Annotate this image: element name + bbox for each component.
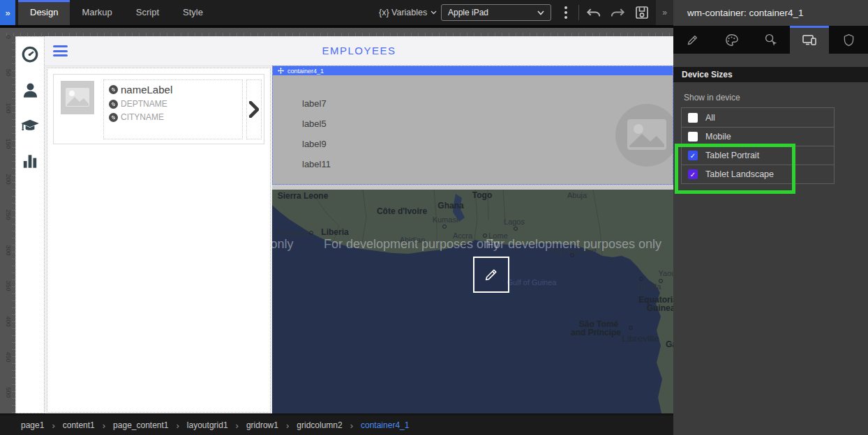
- variables-menu-button[interactable]: {x} Variables: [379, 0, 437, 25]
- toolbar-separator: [578, 5, 579, 20]
- more-options-button[interactable]: [560, 6, 571, 20]
- selected-widget-tag[interactable]: container4_1: [273, 66, 673, 75]
- breadcrumb-item-content1[interactable]: content1: [63, 420, 95, 430]
- toolbar-tab-style[interactable]: Style: [171, 0, 215, 25]
- edit-widget-button[interactable]: [473, 257, 509, 293]
- tab-markup[interactable]: [673, 26, 712, 54]
- preview-page-header: EMPLOYEES: [45, 36, 673, 66]
- container-separator: [272, 185, 673, 190]
- dashboard-icon[interactable]: [20, 45, 40, 64]
- toolbar-tab-script[interactable]: Script: [124, 0, 171, 25]
- checkbox-all[interactable]: [688, 113, 698, 123]
- selected-widget-title: wm-container: container4_1: [673, 0, 868, 26]
- list-item-labels: nameLabel DEPTNAME CITYNAME: [103, 79, 243, 139]
- tab-events[interactable]: [751, 26, 791, 54]
- ruler-label: 50: [5, 66, 12, 79]
- device-sizes-section-header: Device Sizes: [673, 67, 868, 82]
- device-row-tablet-landscape[interactable]: ✓Tablet Landscape: [682, 165, 834, 183]
- checkbox-tablet-portrait[interactable]: ✓: [688, 151, 698, 160]
- collapse-panel-button[interactable]: »: [656, 0, 673, 25]
- ruler-label: 100: [5, 102, 12, 114]
- graduation-cap-icon[interactable]: [20, 116, 40, 135]
- ruler-label: 150: [5, 137, 12, 150]
- map-city-marker: [463, 243, 467, 247]
- toolbar-tab-markup[interactable]: Markup: [70, 0, 124, 25]
- wavemaker-studio: { "toolbar": { "expand_glyph": "\u00bb",…: [0, 0, 868, 435]
- container-label-label9[interactable]: label9: [302, 139, 331, 149]
- save-icon[interactable]: [634, 4, 650, 21]
- bar-chart-icon[interactable]: [20, 151, 40, 171]
- breadcrumb-item-gridrow1[interactable]: gridrow1: [246, 420, 278, 430]
- list-item-chevron-box[interactable]: [246, 79, 262, 139]
- show-in-device-label: Show in device: [684, 93, 740, 102]
- editor-mode-tabs: DesignMarkupScriptStyle: [18, 0, 215, 25]
- breadcrumb-item-page1[interactable]: page1: [21, 420, 44, 430]
- breadcrumb-item-gridcolumn2[interactable]: gridcolumn2: [297, 420, 342, 430]
- top-toolbar: » DesignMarkupScriptStyle {x} Variables …: [0, 0, 673, 25]
- ruler-label: 250: [5, 208, 12, 221]
- chevron-right-icon: [249, 101, 259, 118]
- breadcrumb-separator: ›: [52, 420, 54, 431]
- google-map-widget[interactable]: Sierra LeoneCôte d'IvoireGhanaTogoAbujaK…: [272, 190, 673, 413]
- ruler-label: 400: [5, 315, 12, 328]
- ruler-label: 350: [5, 280, 12, 292]
- name-label: nameLabel: [121, 84, 172, 96]
- breadcrumb-separator: ›: [236, 420, 239, 431]
- device-label: Tablet Portrait: [705, 151, 759, 160]
- move-icon: [278, 68, 284, 74]
- list-item[interactable]: nameLabel DEPTNAME CITYNAME: [53, 74, 264, 144]
- binding-icon: [109, 113, 118, 122]
- device-row-all[interactable]: All: [682, 108, 834, 127]
- container-label-label11[interactable]: label11: [302, 159, 331, 169]
- device-row-tablet-portrait[interactable]: ✓Tablet Portrait: [682, 146, 834, 165]
- horizontal-ruler: [0, 28, 673, 36]
- name-label-row[interactable]: nameLabel: [109, 84, 242, 96]
- ruler-label: 300: [5, 244, 12, 257]
- redo-icon[interactable]: [608, 5, 627, 20]
- device-label: Mobile: [705, 132, 731, 142]
- city-label-row[interactable]: CITYNAME: [109, 112, 242, 122]
- preview-left-nav: [15, 36, 45, 413]
- chevron-down-icon: [537, 10, 544, 15]
- container-label-label7[interactable]: label7: [302, 98, 331, 109]
- breadcrumb-separator: ›: [286, 420, 289, 431]
- properties-panel: wm-container: container4_1: [673, 0, 868, 435]
- device-label: All: [705, 113, 715, 123]
- checkbox-tablet-landscape[interactable]: ✓: [688, 169, 698, 179]
- breadcrumb-item-container4_1[interactable]: container4_1: [361, 420, 409, 430]
- tab-security[interactable]: [829, 26, 868, 54]
- page-title: EMPLOYEES: [45, 45, 673, 56]
- person-icon[interactable]: [20, 80, 40, 100]
- container4-widget[interactable]: container4_1 label7label5label9label11: [272, 66, 673, 185]
- pencil-icon: [484, 267, 499, 282]
- ruler-label: 500: [5, 386, 12, 399]
- breadcrumb-separator: ›: [350, 420, 353, 431]
- selected-widget-name: container4_1: [287, 68, 324, 75]
- variables-label: {x} Variables: [379, 8, 427, 17]
- breadcrumb-item-layoutgrid1[interactable]: layoutgrid1: [187, 420, 228, 430]
- widget-breadcrumb: page1›content1›page_content1›layoutgrid1…: [0, 415, 673, 435]
- image-placeholder-icon: [61, 81, 94, 114]
- container-label-label5[interactable]: label5: [302, 119, 331, 129]
- map-landmass: [272, 190, 673, 413]
- employee-list-widget[interactable]: nameLabel DEPTNAME CITYNAME: [47, 68, 271, 413]
- binding-icon: [109, 85, 118, 94]
- device-select-value: Apple iPad: [448, 8, 488, 17]
- tab-styles[interactable]: [712, 26, 751, 54]
- vertical-ruler: 050100150200250300350400450500: [0, 36, 15, 415]
- binding-icon: [109, 100, 118, 109]
- device-row-mobile[interactable]: Mobile: [682, 127, 834, 146]
- ruler-label: 450: [5, 351, 12, 363]
- ruler-label: 0: [5, 31, 12, 43]
- checkbox-mobile[interactable]: [688, 132, 698, 142]
- toolbar-tab-design[interactable]: Design: [18, 0, 70, 25]
- chevron-down-icon: [431, 10, 437, 15]
- dept-label-row[interactable]: DEPTNAME: [109, 99, 242, 109]
- tab-device-sizes[interactable]: [790, 26, 829, 54]
- breadcrumb-item-page_content1[interactable]: page_content1: [113, 420, 168, 430]
- map-city-marker: [570, 253, 574, 257]
- expand-sidebar-button[interactable]: »: [0, 0, 15, 25]
- preview-device-select[interactable]: Apple iPad: [441, 4, 551, 21]
- undo-icon[interactable]: [585, 5, 603, 20]
- inspector-tab-bar: [673, 26, 868, 54]
